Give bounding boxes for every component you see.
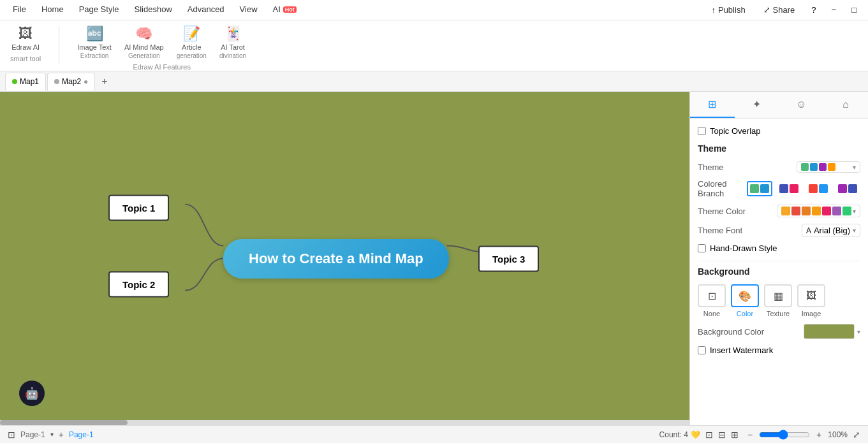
maximize-button[interactable]: □ [845,3,863,17]
insert-watermark-row: Insert Watermark [698,345,860,355]
layout-icon: ⊞ [708,98,716,110]
theme-color-4 [828,163,835,171]
branch-dot-4a [838,184,847,193]
bg-color-icon: 🎨 [731,284,759,307]
ts-color-2 [791,207,800,215]
share-button[interactable]: ⤢ Share [756,3,803,17]
tab-map1[interactable]: Map1 [5,73,46,91]
tool-image-text[interactable]: 🔤 Image Text Extraction [72,23,117,62]
branch-dot-1a [750,184,759,193]
ai-hot-badge: Hot [283,6,297,13]
theme-chevron-icon: ▾ [853,164,856,171]
branch-dot-3a [809,184,818,193]
panel-tab-layout[interactable]: ⊞ [690,92,735,118]
zoom-slider[interactable] [759,430,810,440]
share-icon: ⤢ [763,5,770,15]
canvas-scrollbar-thumb[interactable] [0,420,128,425]
bg-opt-color[interactable]: 🎨 Color [731,284,759,317]
background-color-row: Background Color ▾ [698,324,860,339]
tab-map2[interactable]: Map2 ● [47,73,95,91]
canvas-scrollbar[interactable] [0,420,689,425]
page-chevron-icon[interactable]: ▾ [50,431,54,438]
topic-overlap-row: Topic Overlap [698,126,860,136]
theme-selector[interactable]: ▾ [797,161,860,173]
ai-assistant-icon[interactable]: 🤖 [19,381,45,406]
topic-node-2[interactable]: Topic 2 [108,271,169,297]
hand-drawn-row: Hand-Drawn Style [698,243,860,253]
zoom-level-label: 100% [828,430,848,439]
branch-opt-4[interactable] [835,181,860,196]
ts-color-1 [781,207,790,215]
insert-watermark-checkbox[interactable] [698,346,706,354]
menu-page-style[interactable]: Page Style [71,2,127,18]
menu-ai[interactable]: AI Hot [265,2,304,18]
style-icon: ✦ [753,98,761,110]
ts-color-3 [802,207,811,215]
tool-ai-mindmap[interactable]: 🧠 AI Mind Map Generation [119,23,169,62]
publish-button[interactable]: ↑ Publish [703,3,753,17]
central-node[interactable]: How to Create a Mind Map [223,239,449,279]
tab-map1-dot [12,79,17,84]
add-page-button[interactable]: + [59,430,64,440]
menu-file[interactable]: File [5,2,34,18]
panel-content: Topic Overlap Theme Theme ▾ [690,119,868,370]
tool-article[interactable]: 📝 Article generation [172,23,212,62]
menu-home[interactable]: Home [34,2,71,18]
ts-color-5 [822,207,831,215]
ts-color-6 [832,207,841,215]
current-page-label: Page-1 [69,430,94,439]
tab-map2-close[interactable]: ● [84,77,88,86]
menu-advanced[interactable]: Advanced [180,2,232,18]
ai-tarot-icon: 🃏 [224,25,242,42]
menu-view[interactable]: View [232,2,265,18]
zoom-in-button[interactable]: + [813,430,825,440]
topic-node-1[interactable]: Topic 1 [108,194,169,221]
divider-1 [698,261,860,261]
bg-opt-texture[interactable]: ▦ Texture [764,284,792,317]
node-count: Count: 4 💛 [659,430,700,439]
zoom-control: − + 100% [744,430,848,440]
menu-slideshow[interactable]: Slideshow [127,2,180,18]
bg-image-icon: 🖼 [797,284,825,307]
ts-color-4 [812,207,821,215]
view-icon-3[interactable]: ⊞ [731,430,739,440]
panel-tab-style[interactable]: ✦ [735,92,779,118]
tool-ai-tarot[interactable]: 🃏 AI Tarot divination [214,23,251,62]
theme-color-2 [810,163,818,171]
hand-drawn-checkbox[interactable] [698,244,706,252]
topic-overlap-checkbox[interactable] [698,127,706,135]
bg-none-icon: ⊡ [698,284,726,307]
bg-color-swatch[interactable] [804,324,855,339]
bg-texture-icon: ▦ [764,284,792,307]
theme-font-selector[interactable]: A Arial (Big) ▾ [802,224,860,237]
branch-opt-2[interactable] [776,181,802,196]
view-icon-1[interactable]: ⊡ [705,430,713,440]
image-text-icon: 🔤 [86,25,103,42]
ts-color-7 [842,207,851,215]
toolbar-divider-1 [59,25,59,64]
view-icon-2[interactable]: ⊟ [718,430,726,440]
help-button[interactable]: ? [805,3,822,17]
minimize-button[interactable]: − [825,3,843,17]
theme-color-3 [819,163,827,171]
add-tab-button[interactable]: + [96,73,112,90]
panel-tab-home[interactable]: ⌂ [823,92,868,118]
article-icon: 📝 [183,25,200,42]
branch-opt-3[interactable] [805,181,831,196]
theme-color-selector[interactable]: ▾ [777,205,860,217]
topic-node-3[interactable]: Topic 3 [478,245,539,272]
background-section-title: Background [698,266,860,277]
theme-color-strip [781,207,851,215]
canvas[interactable]: Topic 1 Topic 2 How to Create a Mind Map… [0,92,689,425]
panel-tab-emoji[interactable]: ☺ [779,92,824,118]
zoom-out-button[interactable]: − [744,430,756,440]
bg-opt-image[interactable]: 🖼 Image [797,284,825,317]
colored-branch-row: Colored Branch [698,179,860,198]
page-label[interactable]: Page-1 [20,430,45,439]
ai-mindmap-icon: 🧠 [135,25,152,42]
fullscreen-button[interactable]: ⤢ [853,430,860,440]
bg-opt-none[interactable]: ⊡ None [698,284,726,317]
branch-opt-1[interactable] [747,181,772,196]
tool-edraw-ai[interactable]: 🖼 Edraw AI smart tool [5,23,46,65]
page-toggle-icon[interactable]: ⊡ [8,430,15,440]
